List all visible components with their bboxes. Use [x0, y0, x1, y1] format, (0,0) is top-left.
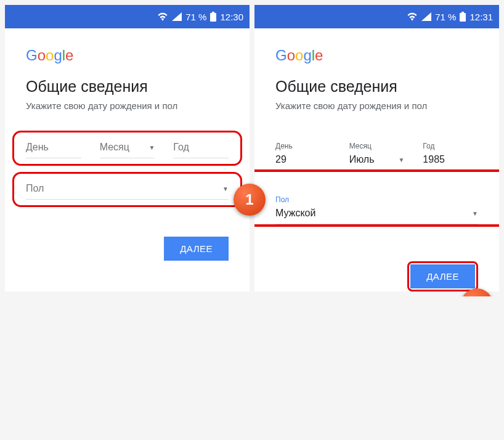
page-subtitle: Укажите свою дату рождения и пол [275, 100, 478, 111]
clock-text: 12:30 [220, 12, 243, 22]
signal-icon [172, 12, 182, 21]
gender-select[interactable]: Пол ▼ [26, 183, 229, 200]
month-select[interactable]: Месяц ▼ [100, 142, 155, 158]
phone-right: 71 % 12:31 Google Общие сведения Укажите… [254, 5, 499, 291]
status-bar: 71 % 12:31 [254, 5, 499, 28]
battery-icon [460, 12, 466, 22]
page-title: Общие сведения [275, 78, 478, 96]
wifi-icon [157, 12, 168, 21]
chevron-down-icon: ▼ [472, 210, 478, 217]
day-input[interactable]: День [26, 142, 81, 158]
clock-text: 12:31 [469, 12, 493, 22]
page-subtitle: Укажите свою дату рождения и пол [26, 100, 229, 111]
year-input[interactable]: Год 1985 [423, 142, 478, 171]
battery-percent: 71 % [185, 12, 206, 22]
birthdate-row: День 29 Месяц Июль ▼ Год 1985 [275, 142, 478, 171]
phone-left: 71 % 12:30 Google Общие сведения Укажите… [5, 5, 250, 291]
google-logo: Google [26, 47, 229, 64]
birthdate-row: День Месяц ▼ Год [26, 142, 229, 158]
chevron-down-icon: ▼ [222, 185, 229, 192]
gender-select[interactable]: Пол Мужской ▼ [275, 195, 478, 224]
day-input[interactable]: День 29 [275, 142, 331, 171]
chevron-down-icon: ▼ [148, 144, 155, 151]
next-button[interactable]: ДАЛЕЕ [410, 264, 475, 288]
battery-icon [210, 12, 216, 22]
wifi-icon [407, 12, 418, 21]
status-bar: 71 % 12:30 [5, 5, 250, 28]
chevron-down-icon: ▼ [398, 157, 404, 163]
battery-percent: 71 % [435, 12, 456, 22]
signal-icon [421, 12, 431, 21]
year-input[interactable]: Год [173, 142, 229, 158]
google-logo: Google [275, 47, 478, 64]
next-button[interactable]: ДАЛЕЕ [164, 237, 229, 261]
next-button-highlight: ДАЛЕЕ [407, 261, 478, 291]
month-select[interactable]: Месяц Июль ▼ [349, 142, 405, 171]
page-title: Общие сведения [26, 78, 229, 96]
